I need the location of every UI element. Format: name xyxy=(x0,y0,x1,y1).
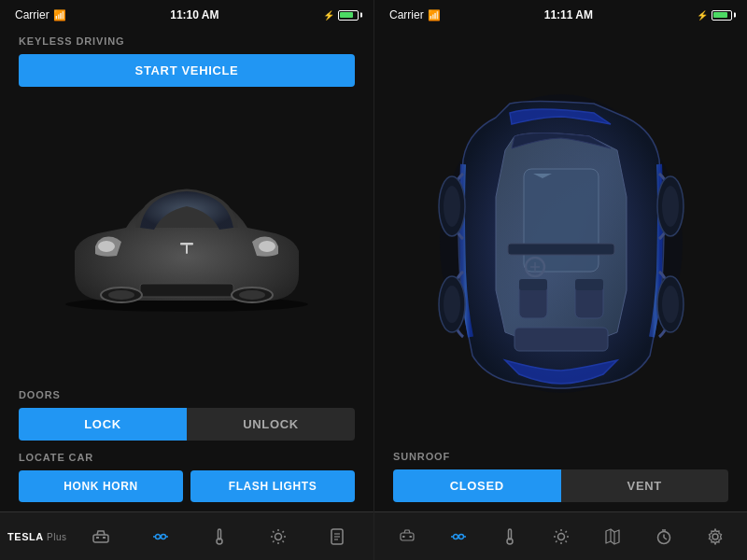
svg-line-69 xyxy=(565,531,566,532)
nav-timer-2[interactable] xyxy=(639,525,688,549)
lock-button[interactable]: LOCK xyxy=(19,408,187,441)
nav-car-entry-2[interactable] xyxy=(382,525,431,548)
locate-buttons: HONK HORN FLASH LIGHTS xyxy=(19,470,355,502)
battery-fill-1 xyxy=(340,12,353,18)
svg-rect-12 xyxy=(103,537,106,539)
svg-line-75 xyxy=(664,538,667,539)
status-left-1: Carrier 📶 xyxy=(15,8,66,21)
battery-fill-2 xyxy=(713,12,726,18)
doors-section: DOORS LOCK UNLOCK xyxy=(19,389,355,441)
car-top-container xyxy=(374,26,747,451)
carrier-label-2: Carrier xyxy=(389,8,424,21)
car-front-image xyxy=(19,87,355,378)
sunroof-section: SUNROOF CLOSED VENT xyxy=(374,451,747,511)
svg-line-27 xyxy=(283,531,284,532)
status-bar-1: Carrier 📶 11:10 AM ⚡ xyxy=(0,0,374,26)
closed-button[interactable]: CLOSED xyxy=(393,469,561,502)
phone-1: Carrier 📶 11:10 AM ⚡ KEYLESS DRIVING STA… xyxy=(0,0,374,560)
svg-line-68 xyxy=(565,540,566,541)
svg-point-2 xyxy=(259,241,275,252)
svg-point-13 xyxy=(155,534,160,539)
svg-point-9 xyxy=(239,290,265,300)
wifi-icon-1: 📶 xyxy=(53,9,66,21)
svg-point-14 xyxy=(161,534,165,539)
svg-point-56 xyxy=(458,534,463,539)
battery-bolt-1: ⚡ xyxy=(323,10,334,21)
svg-rect-53 xyxy=(402,536,405,538)
svg-point-7 xyxy=(108,290,134,300)
nav-settings-2[interactable] xyxy=(690,525,740,549)
status-right-2: ⚡ xyxy=(697,10,732,21)
battery-icon-1 xyxy=(338,10,359,21)
battery-bolt-2: ⚡ xyxy=(697,10,708,21)
flash-lights-button[interactable]: FLASH LIGHTS xyxy=(190,470,355,502)
nav-temperature-2[interactable] xyxy=(485,525,534,549)
nav-brightness-2[interactable] xyxy=(536,525,585,549)
svg-point-1 xyxy=(98,241,115,252)
time-2: 11:11 AM xyxy=(544,8,593,21)
svg-rect-4 xyxy=(186,245,188,254)
car-front-svg xyxy=(47,153,327,312)
nav-menu-1[interactable] xyxy=(309,525,366,549)
svg-line-67 xyxy=(556,531,557,532)
status-right-1: ⚡ xyxy=(323,10,359,21)
svg-point-51 xyxy=(662,286,679,323)
unlock-button[interactable]: UNLOCK xyxy=(187,408,355,441)
time-1: 11:10 AM xyxy=(170,8,218,21)
carrier-label-1: Carrier xyxy=(15,8,49,21)
svg-rect-10 xyxy=(93,535,108,542)
svg-rect-34 xyxy=(524,169,599,272)
vent-button[interactable]: VENT xyxy=(561,469,729,502)
nav-car-entry-1[interactable] xyxy=(73,525,130,548)
svg-point-20 xyxy=(275,533,282,539)
svg-point-45 xyxy=(444,186,460,227)
svg-line-26 xyxy=(283,540,284,541)
nav-controls-1[interactable] xyxy=(132,525,189,548)
start-vehicle-button[interactable]: START VEHICLE xyxy=(19,54,355,87)
phone-1-content: KEYLESS DRIVING START VEHICLE xyxy=(0,26,374,511)
keyless-label: KEYLESS DRIVING xyxy=(19,35,355,47)
status-left-2: Carrier 📶 xyxy=(389,8,441,21)
car-top-svg xyxy=(388,85,734,393)
doors-toggle-group: LOCK UNLOCK xyxy=(19,408,355,441)
locate-label: LOCATE CAR xyxy=(19,452,355,463)
svg-point-49 xyxy=(444,286,460,323)
nav-temperature-1[interactable] xyxy=(190,525,247,549)
svg-point-62 xyxy=(557,533,564,539)
svg-point-47 xyxy=(662,186,679,227)
svg-rect-54 xyxy=(409,536,412,538)
nav-controls-2[interactable] xyxy=(433,525,483,548)
sunroof-label: SUNROOF xyxy=(393,451,728,462)
locate-section: LOCATE CAR HONK HORN FLASH LIGHTS xyxy=(19,452,355,502)
honk-horn-button[interactable]: HONK HORN xyxy=(19,470,183,502)
svg-rect-42 xyxy=(508,244,614,255)
bottom-nav-2 xyxy=(374,511,747,560)
svg-rect-37 xyxy=(519,279,547,290)
nav-brightness-1[interactable] xyxy=(249,525,306,549)
status-bar-2: Carrier 📶 11:11 AM ⚡ xyxy=(374,0,747,26)
svg-point-77 xyxy=(712,534,718,539)
svg-line-70 xyxy=(556,540,557,541)
svg-rect-38 xyxy=(575,279,603,290)
svg-line-28 xyxy=(273,540,274,541)
battery-icon-2 xyxy=(712,10,732,21)
brand-1: TESLA Plus xyxy=(7,531,67,542)
sunroof-toggle-group: CLOSED VENT xyxy=(393,469,728,502)
doors-label: DOORS xyxy=(19,389,355,400)
wifi-icon-2: 📶 xyxy=(428,9,441,21)
svg-line-25 xyxy=(273,531,274,532)
svg-rect-43 xyxy=(514,328,608,351)
nav-map-2[interactable] xyxy=(587,525,637,549)
svg-point-55 xyxy=(453,534,458,539)
car-top-image xyxy=(374,26,747,451)
svg-rect-11 xyxy=(96,537,99,539)
phone-2: Carrier 📶 11:11 AM ⚡ xyxy=(374,0,747,560)
bottom-nav-1: TESLA Plus xyxy=(0,511,374,560)
svg-rect-5 xyxy=(140,284,233,297)
